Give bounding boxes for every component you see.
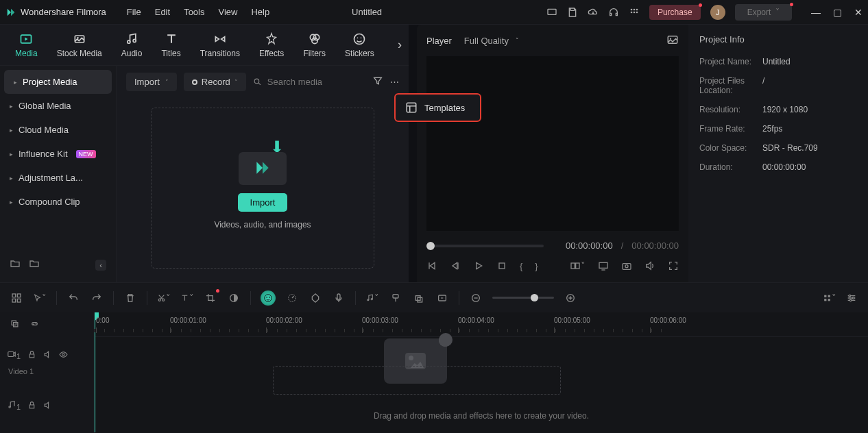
zoom-out-icon[interactable] — [469, 291, 483, 305]
import-dropdown[interactable]: Import˅ — [126, 73, 177, 91]
tab-stickers[interactable]: Stickers — [338, 28, 381, 62]
stop-icon[interactable] — [496, 260, 507, 271]
svg-rect-29 — [12, 299, 16, 302]
more-icon[interactable]: ⋯ — [390, 77, 399, 87]
ai-icon[interactable] — [261, 290, 276, 306]
svg-point-52 — [852, 297, 854, 299]
play-icon[interactable] — [473, 260, 484, 271]
collapse-sidebar-icon[interactable]: ‹ — [95, 260, 106, 271]
fullscreen-icon[interactable] — [668, 260, 679, 271]
svg-point-16 — [357, 37, 359, 38]
svg-rect-0 — [548, 9, 556, 14]
speed-icon[interactable] — [285, 291, 299, 305]
tabs-more-icon[interactable]: › — [398, 38, 402, 52]
sidebar-influence-kit[interactable]: ▸Influence KitNEW — [0, 142, 116, 166]
text-icon[interactable]: ˅ — [180, 291, 194, 305]
import-button[interactable]: Import — [238, 193, 288, 212]
zoom-in-icon[interactable] — [564, 291, 577, 305]
sidebar-compound-clip[interactable]: ▸Compound Clip — [0, 190, 116, 214]
video-track-icon[interactable]: 1 — [7, 349, 21, 360]
menu-edit[interactable]: Edit — [155, 7, 170, 17]
track-link-icon[interactable] — [29, 319, 40, 331]
music-icon[interactable]: ˅ — [365, 291, 379, 305]
lock-icon[interactable] — [27, 401, 36, 411]
zoom-slider[interactable] — [492, 297, 554, 299]
record-dropdown[interactable]: Record˅ — [184, 73, 246, 91]
view-grid-icon[interactable]: ˅ — [823, 291, 836, 305]
tab-effects[interactable]: Effects — [252, 28, 291, 62]
timeline-dropzone[interactable] — [273, 366, 561, 395]
mark-out-icon[interactable]: } — [535, 261, 538, 271]
tab-filters[interactable]: Filters — [296, 28, 333, 62]
minimize-icon[interactable]: — — [811, 7, 821, 18]
folder-add-icon[interactable] — [10, 258, 21, 271]
close-icon[interactable]: ✕ — [854, 7, 863, 18]
tab-stock[interactable]: Stock Media — [50, 28, 109, 62]
import-dropzone[interactable]: ⬇ Import Videos, audio, and images — [151, 108, 374, 269]
headphones-icon[interactable] — [608, 7, 619, 18]
screen-icon[interactable] — [546, 7, 557, 18]
compare-icon[interactable]: ˅ — [570, 260, 586, 271]
save-icon[interactable] — [567, 7, 578, 18]
cloud-icon[interactable] — [588, 7, 599, 18]
marker-icon[interactable] — [389, 291, 402, 305]
timeline-body[interactable]: + Drag and drop media and effects here t… — [95, 337, 868, 433]
preview-scrubber[interactable] — [426, 245, 544, 247]
folder-icon[interactable] — [29, 258, 40, 271]
voiceover-icon[interactable] — [332, 291, 346, 305]
quality-dropdown[interactable]: Full Quality˅ — [464, 36, 519, 46]
undo-icon[interactable] — [67, 291, 80, 305]
mute-icon[interactable] — [43, 401, 52, 411]
camera-icon[interactable] — [621, 260, 632, 271]
cursor-icon[interactable]: ˅ — [33, 291, 47, 305]
step-back-icon[interactable] — [450, 260, 461, 271]
svg-point-53 — [849, 299, 852, 301]
mark-in-icon[interactable]: { — [520, 261, 522, 271]
render-icon[interactable] — [435, 291, 449, 305]
eye-icon[interactable] — [59, 350, 68, 360]
search-input[interactable] — [267, 77, 365, 87]
tab-audio[interactable]: Audio — [114, 28, 149, 62]
tab-transitions[interactable]: Transitions — [193, 28, 247, 62]
purchase-button[interactable]: Purchase — [649, 5, 701, 20]
user-avatar[interactable]: J — [710, 5, 725, 20]
delete-icon[interactable] — [123, 291, 137, 305]
add-media-icon[interactable]: + — [439, 334, 451, 347]
grid-icon[interactable] — [10, 291, 23, 305]
redo-icon[interactable] — [90, 291, 104, 305]
settings-icon[interactable] — [845, 291, 858, 305]
display-icon[interactable] — [598, 260, 609, 271]
templates-button[interactable]: Templates — [394, 93, 481, 122]
sidebar-cloud-media[interactable]: ▸Cloud Media — [0, 118, 116, 142]
keyframe-icon[interactable] — [309, 291, 322, 305]
crop-icon[interactable] — [204, 291, 217, 305]
color-icon[interactable] — [227, 291, 241, 305]
svg-rect-38 — [337, 294, 340, 299]
timeline-tracks[interactable]: 0:00 00:00:01:00 00:00:02:00 00:00:03:00… — [95, 312, 868, 433]
sidebar-global-media[interactable]: ▸Global Media — [0, 94, 116, 118]
tab-media[interactable]: Media — [8, 28, 45, 62]
total-time: 00:00:00:00 — [631, 240, 679, 251]
mute-icon[interactable] — [43, 350, 52, 360]
info-title: Project Info — [699, 34, 857, 45]
maximize-icon[interactable]: ▢ — [833, 7, 842, 18]
lock-icon[interactable] — [27, 350, 36, 360]
timeline-ruler[interactable]: 0:00 00:00:01:00 00:00:02:00 00:00:03:00… — [95, 312, 868, 337]
group-icon[interactable] — [412, 291, 426, 305]
snapshot-icon[interactable] — [666, 34, 679, 48]
prev-frame-icon[interactable] — [426, 260, 437, 271]
menu-file[interactable]: File — [127, 7, 141, 17]
sidebar-adjustment-layer[interactable]: ▸Adjustment La... — [0, 166, 116, 190]
audio-track-icon[interactable]: 1 — [7, 400, 21, 411]
tab-titles[interactable]: Titles — [154, 28, 187, 62]
sidebar-project-media[interactable]: ▸Project Media — [4, 70, 112, 94]
apps-icon[interactable] — [629, 7, 640, 18]
search-box — [253, 77, 365, 87]
volume-icon[interactable] — [644, 260, 655, 271]
cut-icon[interactable]: ˅ — [157, 291, 171, 305]
filter-icon[interactable] — [372, 75, 383, 88]
media-content: Import˅ Record˅ ⋯ ⬇ — [117, 66, 409, 282]
export-button[interactable]: Export ˅ — [735, 4, 792, 21]
preview-canvas[interactable] — [426, 56, 679, 231]
track-copy-icon[interactable] — [10, 319, 20, 331]
